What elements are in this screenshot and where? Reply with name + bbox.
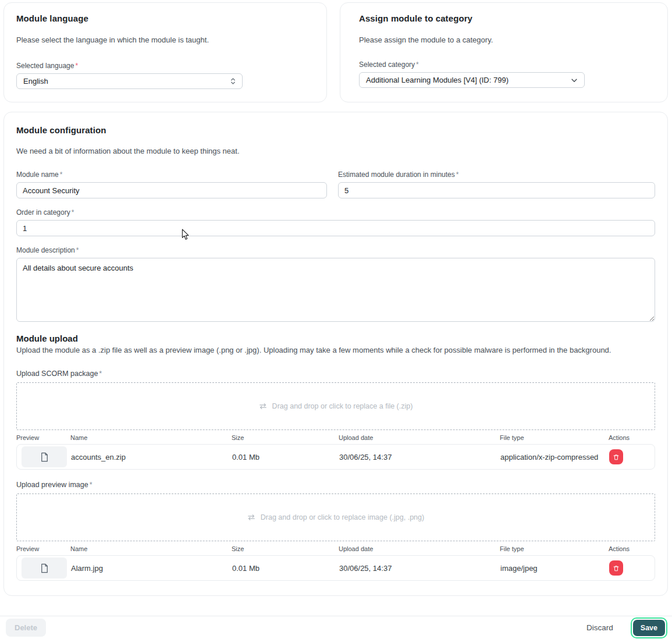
module-description-label: Module description* <box>16 246 655 254</box>
module-name-group: Module name* <box>16 171 327 198</box>
language-select[interactable]: English <box>16 73 243 89</box>
scorm-dropzone-text: Drag and drop or click to replace a file… <box>272 402 413 410</box>
module-language-card: Module language Please select the langua… <box>3 2 327 102</box>
module-upload-title: Module upload <box>16 333 655 343</box>
order-label: Order in category* <box>16 208 655 216</box>
preview-image-label: Upload preview image* <box>16 481 655 489</box>
required-asterisk: * <box>76 246 79 254</box>
replace-image-icon <box>247 513 255 521</box>
required-asterisk: * <box>90 481 93 489</box>
language-select-value: English <box>23 77 48 86</box>
category-select[interactable]: Additional Learning Modules [V4] (ID: 79… <box>359 72 585 88</box>
order-input[interactable] <box>16 220 655 236</box>
module-configuration-title: Module configuration <box>16 125 655 135</box>
module-upload-description: Upload the module as a .zip file as well… <box>16 346 655 354</box>
chevron-down-icon <box>570 76 578 84</box>
required-asterisk: * <box>72 208 74 216</box>
delete-module-button[interactable]: Delete <box>6 619 46 637</box>
preview-dropzone-text: Drag and drop or click to replace image … <box>261 513 424 521</box>
module-description-textarea[interactable]: All details about secure accounts <box>16 258 655 322</box>
module-configuration-card: Module configuration We need a bit of in… <box>3 112 668 596</box>
image-preview-thumb <box>22 558 67 578</box>
scorm-package-label: Upload SCORM package* <box>16 370 655 378</box>
save-button-focus-ring: Save <box>631 617 667 638</box>
file-size: 0.01 Mb <box>232 453 339 462</box>
file-upload-date: 30/06/25, 14:37 <box>339 453 500 462</box>
duration-group: Estimated module duration in minutes* <box>338 171 655 198</box>
trash-icon <box>613 565 620 572</box>
replace-file-icon <box>259 402 267 410</box>
file-type: image/jpeg <box>500 564 609 573</box>
action-bar: Delete Discard Save <box>0 616 672 639</box>
delete-file-button[interactable] <box>609 449 623 464</box>
category-select-value: Additional Learning Modules [V4] (ID: 79… <box>366 76 509 84</box>
file-name: Alarm.jpg <box>71 564 232 573</box>
duration-label: Estimated module duration in minutes* <box>338 171 655 179</box>
discard-button[interactable]: Discard <box>581 620 619 636</box>
assign-category-title: Assign module to category <box>359 13 649 23</box>
preview-file-row: Alarm.jpg 0.01 Mb 30/06/25, 14:37 image/… <box>16 555 655 581</box>
preview-table-header: Preview Name Size Upload date File type … <box>16 545 655 552</box>
module-name-label: Module name* <box>16 171 327 179</box>
duration-input[interactable] <box>338 182 655 198</box>
module-language-title: Module language <box>16 13 314 23</box>
scorm-file-row: accounts_en.zip 0.01 Mb 30/06/25, 14:37 … <box>16 444 655 470</box>
selected-category-label: Selected category* <box>359 61 649 69</box>
delete-image-button[interactable] <box>609 560 623 576</box>
preview-dropzone[interactable]: Drag and drop or click to replace image … <box>16 494 655 541</box>
module-description-group: Module description* All details about se… <box>16 246 655 322</box>
module-name-input[interactable] <box>16 182 327 198</box>
scorm-table-header: Preview Name Size Upload date File type … <box>16 434 655 441</box>
file-preview-thumb <box>22 446 67 467</box>
assign-category-description: Please assign the module to a category. <box>359 36 649 44</box>
module-language-description: Please select the language in which the … <box>16 36 314 44</box>
required-asterisk: * <box>60 171 63 179</box>
module-configuration-description: We need a bit of information about the m… <box>16 147 655 155</box>
selected-language-label: Selected language* <box>16 62 314 70</box>
required-asterisk: * <box>99 370 102 378</box>
trash-icon <box>613 453 620 461</box>
file-type: application/x-zip-compressed <box>500 453 609 462</box>
required-asterisk: * <box>456 171 459 179</box>
required-asterisk: * <box>416 61 419 69</box>
scorm-dropzone[interactable]: Drag and drop or click to replace a file… <box>16 382 655 430</box>
order-group: Order in category* <box>16 208 655 236</box>
file-upload-date: 30/06/25, 14:37 <box>339 564 500 573</box>
select-stepper-icon <box>230 77 236 86</box>
file-icon <box>39 452 50 463</box>
required-asterisk: * <box>75 62 78 70</box>
save-button[interactable]: Save <box>633 620 665 636</box>
file-icon <box>39 563 50 574</box>
file-size: 0.01 Mb <box>232 564 339 573</box>
file-name: accounts_en.zip <box>71 453 232 462</box>
assign-category-card: Assign module to category Please assign … <box>340 2 668 102</box>
